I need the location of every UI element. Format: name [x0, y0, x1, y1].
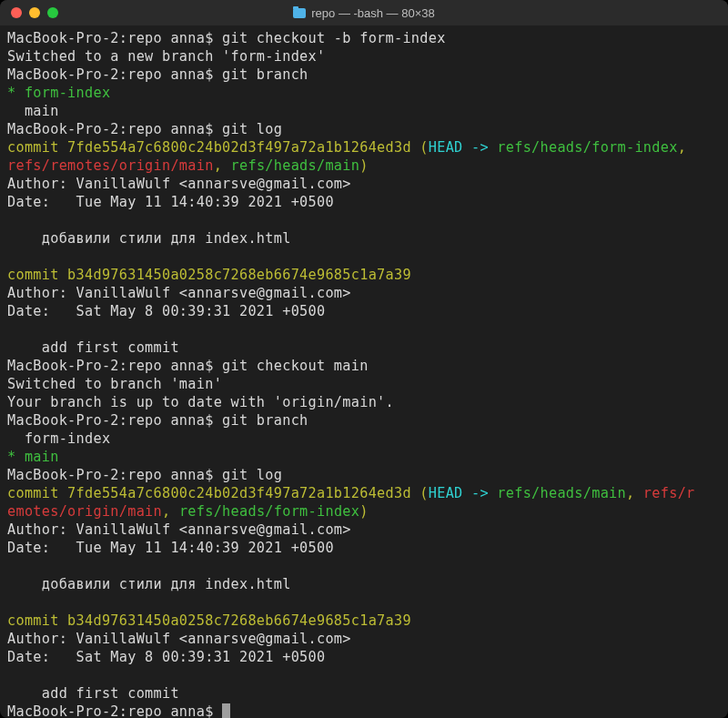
paren: ( [411, 485, 429, 501]
branch-current: * main [7, 449, 59, 465]
commit-hash: commit b34d97631450a0258c7268eb6674e9685… [7, 612, 411, 629]
cmd-log: git log [222, 467, 282, 483]
ref-remote: emotes/origin/main [7, 503, 162, 520]
out-switched-main: Switched to branch 'main' [7, 376, 222, 392]
commit-author: Author: VanillaWulf <annarsve@gmail.com> [7, 285, 351, 301]
folder-icon [293, 8, 306, 18]
ref-branch: refs/heads/form-index [497, 139, 677, 156]
titlebar: repo — -bash — 80×38 [0, 0, 728, 25]
commit-author: Author: VanillaWulf <annarsve@gmail.com> [7, 521, 351, 538]
branch-current: * form-index [7, 85, 110, 101]
commit-date: Date: Sat May 8 00:39:31 2021 +0500 [7, 303, 325, 319]
window-title: repo — -bash — 80×38 [311, 6, 435, 20]
prompt: MacBook-Pro-2:repo anna$ [7, 30, 222, 46]
prompt: MacBook-Pro-2:repo anna$ [7, 121, 222, 137]
comma: , [214, 157, 231, 174]
commit-hash: commit 7fde554a7c6800c24b02d3f497a72a1b1… [7, 485, 411, 501]
commit-hash: commit b34d97631450a0258c7268eb6674e9685… [7, 267, 411, 283]
prompt: MacBook-Pro-2:repo anna$ [7, 358, 222, 374]
ref-branch: refs/heads/form-index [179, 503, 359, 520]
cmd-branch: git branch [222, 66, 308, 83]
out-uptodate: Your branch is up to date with 'origin/m… [7, 394, 394, 410]
ref-remote: refs/remotes/origin/main [7, 157, 214, 174]
ref-head: HEAD -> [429, 139, 498, 156]
commit-msg: добавили стили для index.html [7, 576, 291, 592]
prompt: MacBook-Pro-2:repo anna$ [7, 703, 222, 718]
commit-msg: добавили стили для index.html [7, 230, 291, 247]
paren: ) [359, 503, 368, 520]
commit-hash: commit 7fde554a7c6800c24b02d3f497a72a1b1… [7, 139, 411, 156]
commit-date: Date: Tue May 11 14:40:39 2021 +0500 [7, 194, 334, 210]
commit-msg: add first commit [7, 685, 179, 702]
minimize-icon[interactable] [29, 7, 40, 18]
ref-branch: refs/heads/main [231, 157, 360, 174]
branch-other: main [7, 103, 59, 119]
terminal-window: repo — -bash — 80×38 MacBook-Pro-2:repo … [0, 0, 728, 718]
ref-remote: refs/r [643, 485, 695, 501]
prompt: MacBook-Pro-2:repo anna$ [7, 66, 222, 83]
out-switched-new: Switched to a new branch 'form-index' [7, 48, 325, 65]
cmd-log: git log [222, 121, 282, 137]
cursor-icon [222, 703, 230, 718]
comma: , [678, 139, 686, 156]
commit-date: Date: Tue May 11 14:40:39 2021 +0500 [7, 540, 334, 556]
ref-branch: refs/heads/main [497, 485, 626, 501]
cmd-branch: git branch [222, 412, 308, 429]
cmd-checkout-new: git checkout -b form-index [222, 30, 446, 46]
zoom-icon[interactable] [47, 7, 58, 18]
commit-author: Author: VanillaWulf <annarsve@gmail.com> [7, 631, 351, 647]
close-icon[interactable] [11, 7, 22, 18]
commit-date: Date: Sat May 8 00:39:31 2021 +0500 [7, 649, 325, 665]
title-center: repo — -bash — 80×38 [0, 6, 728, 20]
paren: ( [411, 139, 429, 156]
comma: , [162, 503, 179, 520]
terminal-body[interactable]: MacBook-Pro-2:repo anna$ git checkout -b… [0, 25, 728, 718]
comma: , [626, 485, 643, 501]
prompt: MacBook-Pro-2:repo anna$ [7, 412, 222, 429]
cmd-checkout-main: git checkout main [222, 358, 369, 374]
commit-author: Author: VanillaWulf <annarsve@gmail.com> [7, 176, 351, 192]
prompt: MacBook-Pro-2:repo anna$ [7, 467, 222, 483]
ref-head: HEAD -> [429, 485, 498, 501]
paren: ) [359, 157, 368, 174]
branch-other: form-index [7, 430, 110, 447]
commit-msg: add first commit [7, 339, 179, 356]
traffic-lights [0, 7, 58, 18]
